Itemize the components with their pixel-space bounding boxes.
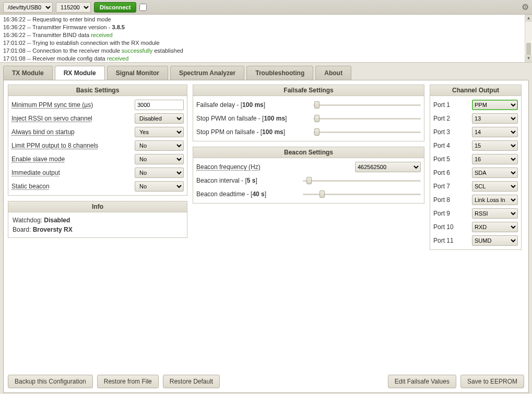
scroll-down-icon[interactable]: ▼	[525, 55, 532, 62]
beacon-deadtime-slider[interactable]	[303, 190, 421, 198]
failsafe-label: Stop PWM on failsafe - [100 ms]	[196, 115, 309, 122]
tab-signal-monitor[interactable]: Signal Monitor	[107, 66, 168, 80]
port-row: Port 11SUMD	[433, 234, 518, 247]
log-line: 17:01:02 -- Trying to establish connecti…	[3, 39, 529, 47]
board-label: Board:	[13, 226, 33, 233]
port-label: Port 2	[433, 115, 470, 122]
log-line: 17:01:08 -- Connection to the receiver m…	[3, 47, 529, 55]
port-label: Port 4	[433, 142, 470, 149]
log-line: 17:01:08 -- Receiver module config data …	[3, 55, 529, 63]
tab-rx-module[interactable]: RX Module	[55, 66, 105, 80]
port-select[interactable]: 13	[472, 113, 518, 124]
beacon-panel: Beacon Settings Beacon frequency (Hz) 46…	[193, 147, 424, 204]
setting-select[interactable]: No	[135, 140, 184, 151]
setting-select[interactable]: Yes	[135, 127, 184, 137]
watchdog-label: Watchdog:	[13, 217, 44, 224]
top-checkbox[interactable]	[139, 4, 147, 11]
gear-icon[interactable]: ⚙	[522, 2, 529, 12]
basic-settings-title: Basic Settings	[8, 85, 187, 96]
port-label: Port 1	[433, 101, 470, 109]
port-select[interactable]: 15	[472, 140, 518, 151]
connect-button[interactable]: Disconnect	[94, 2, 136, 13]
failsafe-slider[interactable]	[313, 101, 421, 109]
port-label: Port 5	[433, 156, 470, 163]
setting-select[interactable]: No	[135, 154, 184, 164]
port-select[interactable]: 16	[472, 154, 518, 164]
scroll-up-icon[interactable]: ▲	[525, 15, 532, 22]
channel-output-title: Channel Output	[430, 85, 521, 96]
tab-bar: TX ModuleRX ModuleSignal MonitorSpectrum…	[0, 63, 532, 80]
setting-select[interactable]: Disabled	[135, 113, 184, 124]
port-select[interactable]: SDA	[472, 168, 518, 178]
save-eeprom-button[interactable]: Save to EEPROM	[460, 375, 524, 388]
failsafe-label: Stop PPM on failsafe - [100 ms]	[196, 128, 309, 136]
log-line: 16:36:22 -- Transmitter Firmware version…	[3, 23, 529, 31]
failsafe-title: Failsafe Settings	[193, 85, 424, 96]
port-select[interactable]: Link Loss In	[472, 195, 518, 205]
port-label: Port 11	[433, 237, 470, 244]
log-line: 16:36:22 -- Requesting to enter bind mod…	[3, 16, 529, 23]
port-select[interactable]: 14	[472, 127, 518, 137]
bottom-bar: Backup this Configuration Restore from F…	[8, 375, 524, 388]
port-label: Port 9	[433, 210, 470, 217]
port-row: Port 516	[433, 152, 518, 166]
port-row: Port 6SDA	[433, 166, 518, 180]
port-select[interactable]: SCL	[472, 181, 518, 192]
port-select[interactable]: RSSI	[472, 208, 518, 219]
setting-label: Immediate output	[11, 169, 135, 176]
log-line: 16:36:22 -- Transmitter BIND data receiv…	[3, 31, 529, 39]
basic-row: Static beaconNo	[11, 180, 184, 193]
basic-row: Always bind on startupYes	[11, 125, 184, 139]
edit-failsafe-button[interactable]: Edit Failsafe Values	[388, 375, 456, 388]
log-scrollbar[interactable]: ▲ ▼	[525, 15, 532, 62]
beacon-deadtime-label: Beacon deadtime - [40 s]	[196, 190, 299, 198]
beacon-title: Beacon Settings	[193, 147, 424, 158]
baud-select[interactable]: 115200	[56, 2, 91, 13]
port-row: Port 7SCL	[433, 180, 518, 193]
failsafe-slider[interactable]	[313, 128, 421, 136]
port-row: Port 8Link Loss In	[433, 193, 518, 207]
port-label: Port 10	[433, 223, 470, 231]
failsafe-slider[interactable]	[313, 115, 421, 122]
failsafe-row: Failsafe delay - [100 ms]	[196, 98, 421, 112]
port-select[interactable]: RXD	[472, 222, 518, 232]
basic-row: Immediate outputNo	[11, 166, 184, 180]
port-label: Port 7	[433, 183, 470, 190]
port-select[interactable]: SUMD	[472, 235, 518, 246]
tab-tx-module[interactable]: TX Module	[3, 66, 53, 80]
setting-label: Limit PPM output to 8 channels	[11, 142, 135, 149]
port-row: Port 213	[433, 112, 518, 125]
board-value: Broversty RX	[33, 226, 73, 233]
tab-spectrum-analyzer[interactable]: Spectrum Analyzer	[170, 66, 244, 80]
log-area: 16:36:22 -- Requesting to enter bind mod…	[0, 15, 532, 63]
info-panel: Info Watchdog: Disabled Board: Broversty…	[8, 201, 187, 238]
port-row: Port 415	[433, 139, 518, 152]
port-select[interactable]: /dev/ttyUSB0	[3, 2, 53, 13]
restore-default-button[interactable]: Restore Default	[163, 375, 220, 388]
tab-troubleshooting[interactable]: Troubleshooting	[246, 66, 313, 80]
backup-button[interactable]: Backup this Configuration	[8, 375, 93, 388]
port-row: Port 314	[433, 125, 518, 139]
setting-label: Always bind on startup	[11, 128, 135, 136]
content: Basic Settings Minimum PPM sync time (µs…	[3, 80, 529, 393]
setting-input[interactable]	[135, 100, 184, 110]
failsafe-row: Stop PPM on failsafe - [100 ms]	[196, 125, 421, 139]
port-row: Port 1PPM	[433, 98, 518, 112]
setting-label: Minimum PPM sync time (µs)	[11, 101, 135, 109]
beacon-freq-select[interactable]: 462562500	[355, 162, 421, 172]
basic-row: Limit PPM output to 8 channelsNo	[11, 139, 184, 152]
beacon-interval-slider[interactable]	[303, 177, 421, 184]
port-select[interactable]: PPM	[472, 100, 518, 110]
restore-file-button[interactable]: Restore from File	[97, 375, 159, 388]
info-title: Info	[8, 201, 187, 212]
topbar: /dev/ttyUSB0 115200 Disconnect ⚙	[0, 0, 532, 15]
setting-select[interactable]: No	[135, 168, 184, 178]
watchdog-value: Disabled	[44, 217, 70, 224]
port-row: Port 10RXD	[433, 220, 518, 234]
tab-about[interactable]: About	[315, 66, 351, 80]
setting-select[interactable]: No	[135, 181, 184, 192]
basic-row: Minimum PPM sync time (µs)	[11, 98, 184, 112]
port-label: Port 8	[433, 196, 470, 204]
failsafe-row: Stop PWM on failsafe - [100 ms]	[196, 112, 421, 125]
channel-output-panel: Channel Output Port 1PPMPort 213Port 314…	[430, 85, 522, 250]
